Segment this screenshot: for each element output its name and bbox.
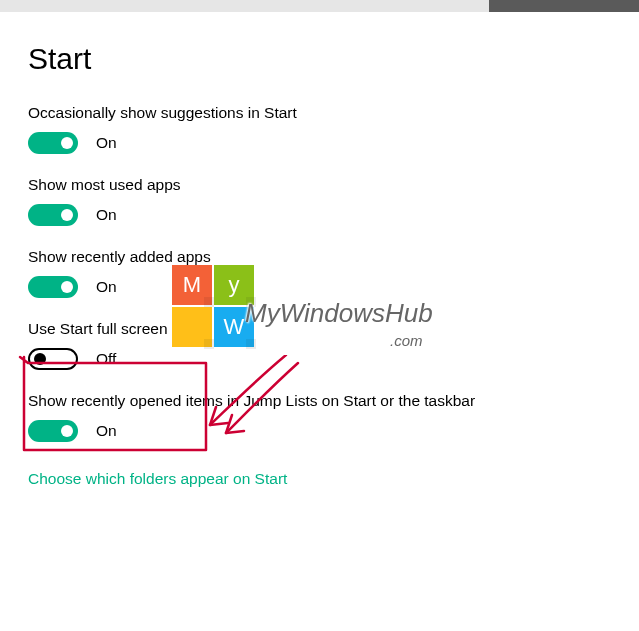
toggle-state-label: On [96,206,117,224]
setting-label: Show most used apps [28,176,639,194]
setting-full-screen: Use Start full screen Off [28,320,639,370]
setting-most-used: Show most used apps On [28,176,639,226]
toggle-state-label: On [96,134,117,152]
toggle-recently-added[interactable] [28,276,78,298]
setting-label: Show recently added apps [28,248,639,266]
toggle-full-screen[interactable] [28,348,78,370]
page-title: Start [28,42,639,76]
title-bar-controls [489,0,639,12]
toggle-state-label: Off [96,350,116,368]
setting-label: Occasionally show suggestions in Start [28,104,639,122]
toggle-state-label: On [96,422,117,440]
setting-label: Show recently opened items in Jump Lists… [28,392,639,410]
setting-suggestions: Occasionally show suggestions in Start O… [28,104,639,154]
toggle-suggestions[interactable] [28,132,78,154]
choose-folders-link[interactable]: Choose which folders appear on Start [28,470,287,488]
settings-panel: Start Occasionally show suggestions in S… [0,12,639,488]
setting-label: Use Start full screen [28,320,639,338]
toggle-most-used[interactable] [28,204,78,226]
toggle-state-label: On [96,278,117,296]
setting-recently-added: Show recently added apps On [28,248,639,298]
setting-jump-lists: Show recently opened items in Jump Lists… [28,392,639,442]
toggle-jump-lists[interactable] [28,420,78,442]
